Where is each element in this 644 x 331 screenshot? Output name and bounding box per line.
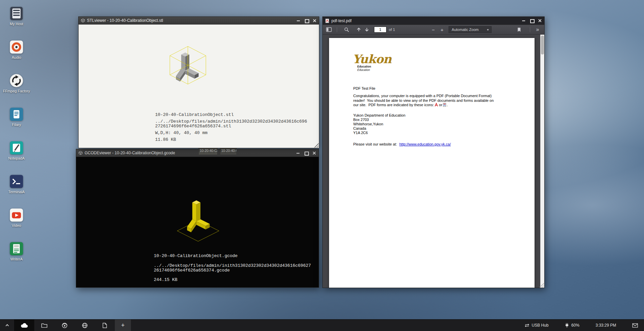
previous-page-button[interactable] [355, 26, 362, 33]
globe-app-icon [82, 323, 88, 328]
sidebar-toggle-button[interactable] [325, 26, 332, 33]
close-button[interactable] [538, 18, 542, 23]
taskbar-pdf-button[interactable] [95, 320, 115, 331]
desktop-icon-video[interactable]: Video [1, 208, 32, 241]
window-title: pdf-test.pdf [331, 18, 352, 23]
close-button[interactable] [312, 18, 317, 23]
notepad-pencil-icon [9, 140, 24, 155]
desktop-icon-audio[interactable]: Audio [1, 40, 32, 73]
desktop-icon-label: Audio [12, 55, 21, 59]
stl-3d-model [163, 42, 213, 94]
window-title: STLviewer - 10-20-40-CalibrationObject.s… [87, 18, 163, 23]
stl-filename: 10-20-40-CalibrationObject.stl [155, 113, 309, 117]
desktop-icon-filary[interactable]: Filary [1, 107, 32, 140]
page-number-input[interactable] [374, 27, 386, 33]
pdf-scrollbar[interactable] [540, 35, 544, 288]
desktop-icon-label: My Host [10, 22, 23, 26]
desktop-icon-writera[interactable]: WriterA [1, 241, 32, 275]
desktop-icon-label: NotepadA [8, 156, 25, 160]
folder-icon [41, 323, 47, 328]
swap-arrows-icon [524, 323, 530, 327]
pdf-window-titlebar[interactable]: pdf-test.pdf [323, 17, 544, 25]
desktop-icon-column: My Host Audio FFmpeg Factory Filary [1, 6, 32, 275]
pdf-toolbar: of 1 Automatic Zoom [323, 25, 544, 35]
cube-icon [81, 18, 85, 23]
desktop-icon-label: TerminalA [8, 190, 25, 194]
cloud-icon [20, 323, 28, 328]
minimize-button[interactable] [521, 18, 526, 23]
website-link[interactable]: http://www.education.gov.yk.ca/ [399, 142, 451, 146]
stl-window-titlebar[interactable]: STLviewer - 10-20-40-CalibrationObject.s… [79, 17, 319, 25]
logo-subtitle-fr: Éducation [357, 68, 391, 72]
zoom-out-button[interactable] [430, 26, 436, 33]
yukon-logo: Yukon Education Éducation [353, 53, 391, 72]
desktop-icon-label: FFmpeg Factory [3, 89, 30, 93]
acrobat-icon [434, 103, 438, 107]
new-tab-button[interactable] [115, 320, 131, 331]
zoom-in-button[interactable] [439, 26, 445, 33]
window-title: GCODEviewer - 10-20-40-CalibrationObject… [85, 151, 175, 155]
resize-grip[interactable] [314, 142, 319, 148]
gcode-viewport[interactable]: 10-20-40-CalibrationObject.gcode ../../D… [76, 157, 319, 287]
document-icon [102, 323, 107, 328]
usb-hub-status[interactable]: USB Hub [524, 323, 549, 328]
stl-file-info: 10-20-40-CalibrationObject.stl ../../Des… [155, 113, 309, 142]
website-line: Please visit our website at:http://www.e… [353, 142, 451, 146]
usb-hub-label: USB Hub [532, 323, 549, 328]
stl-dimensions: W,D,H: 40, 40, 40 mm [155, 131, 309, 135]
bookmark-button[interactable] [516, 26, 522, 33]
minimize-button[interactable] [296, 18, 301, 23]
stl-filesize: 11.86 KB [155, 137, 309, 142]
show-hidden-icons-button[interactable] [0, 320, 14, 331]
gcode-filename: 10-20-40-CalibrationObject.gcode [154, 254, 312, 258]
taskbar-cloud-button[interactable] [14, 320, 34, 331]
next-page-button[interactable] [363, 26, 370, 33]
browser-app-icon [62, 323, 67, 328]
close-button[interactable] [312, 151, 316, 155]
address-block: Yukon Department of Education Box 2703 W… [353, 113, 405, 135]
page-count-label: of 1 [389, 28, 395, 32]
minimize-button[interactable] [296, 151, 300, 155]
taskbar-app2-button[interactable] [75, 320, 95, 331]
desktop-icon-ffmpeg-factory[interactable]: FFmpeg Factory [1, 73, 32, 107]
power-plug-icon [565, 323, 569, 328]
maximize-button[interactable] [304, 18, 309, 23]
gcode-filesize: 244.15 KB [154, 278, 312, 282]
pdf-viewer-window: pdf-test.pdf of 1 Automatic Zoom [322, 16, 545, 288]
stl-viewport[interactable]: 10-20-40-CalibrationObject.stl ../../Des… [79, 25, 319, 148]
taskbar: USB Hub 60% 3:33:29 PM [0, 319, 644, 331]
desktop-icon-terminala[interactable]: TerminalA [1, 174, 32, 208]
clock[interactable]: 3:33:29 PM [596, 323, 616, 328]
gcode-filepath: ../../Desktop/files/admin/inith31302d323… [154, 263, 312, 273]
taskbar-files-button[interactable] [34, 320, 54, 331]
audio-speaker-icon [9, 40, 24, 54]
battery-status[interactable]: 60% [565, 323, 580, 328]
gcode-file-info: 10-20-40-CalibrationObject.gcode ../../D… [154, 254, 312, 282]
toolbar-overflow-button[interactable] [534, 26, 541, 33]
stl-filepath: ../../Desktop/files/admin/inith31302d323… [155, 119, 309, 129]
zoom-select-value: Automatic Zoom [452, 28, 478, 32]
cube-icon [79, 151, 83, 155]
scrollbar-thumb[interactable] [541, 36, 544, 54]
battery-label: 60% [571, 323, 580, 328]
maximize-button[interactable] [530, 18, 534, 23]
stl-viewer-window: STLviewer - 10-20-40-CalibrationObject.s… [78, 16, 319, 148]
pdf-form-icon [443, 103, 446, 107]
toolbar-divider [530, 27, 530, 32]
pdf-page: Yukon Education Éducation PDF Test File … [329, 38, 535, 288]
maximize-button[interactable] [304, 151, 308, 155]
pdf-document-icon [325, 18, 329, 23]
gcode-3d-model [173, 197, 223, 246]
desktop-icon-my-host[interactable]: My Host [1, 6, 32, 40]
gcode-viewer-window: GCODEviewer - 10-20-40-CalibrationObject… [76, 149, 319, 288]
search-button[interactable] [343, 26, 350, 33]
gcode-window-titlebar[interactable]: GCODEviewer - 10-20-40-CalibrationObject… [76, 149, 319, 157]
mail-button[interactable] [632, 323, 638, 328]
desktop-icon-notepada[interactable]: NotepadA [1, 140, 32, 174]
zoom-select[interactable]: Automatic Zoom [449, 26, 492, 33]
taskbar-status-area: USB Hub 60% 3:33:29 PM [524, 323, 644, 328]
pdf-content-area[interactable]: Yukon Education Éducation PDF Test File … [323, 35, 544, 288]
taskbar-app1-button[interactable] [54, 320, 75, 331]
toolbar-divider [337, 27, 337, 32]
desktop-icon-label: Filary [12, 123, 21, 127]
